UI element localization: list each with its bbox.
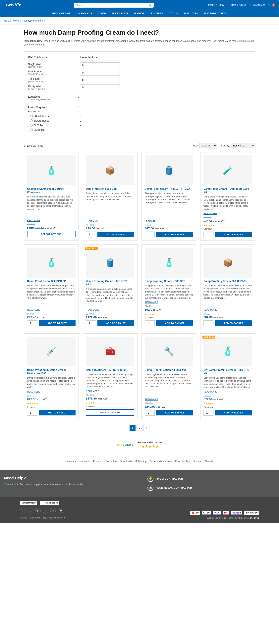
qty-input-4[interactable] — [204, 232, 214, 237]
page-2[interactable]: 2 — [136, 425, 142, 431]
search-input[interactable] — [76, 4, 148, 6]
read-more-12[interactable]: READ MORE — [204, 390, 252, 393]
contact-link[interactable]: Contact us — [4, 483, 16, 486]
product-title-7: Damp Proofing Cream – 380 DPC — [145, 280, 193, 283]
social-youtube[interactable]: ▶ — [35, 508, 41, 514]
read-more-4[interactable]: READ MORE — [204, 212, 252, 214]
select-options-button-10[interactable]: SELECT OPTIONS — [86, 409, 134, 416]
sort-select[interactable]: Name A–Z Name Z–A Price Low–High Price H… — [230, 143, 255, 148]
account-link[interactable]: 👤 My Account — [249, 4, 265, 6]
qty-input-8[interactable] — [204, 320, 214, 326]
product-actions-9: ADD TO BASKET — [27, 410, 76, 416]
add-to-basket-button-12[interactable]: ADD TO BASKET — [215, 410, 252, 416]
qty-input-9[interactable] — [27, 410, 37, 416]
product-image-9: 💉 — [27, 336, 76, 366]
double-wall-input[interactable] — [80, 70, 120, 76]
qty-input-7[interactable] — [145, 320, 155, 326]
footer-link-terms[interactable]: Terms and conditions — [150, 460, 172, 463]
phone-link[interactable]: 📞 0845 123 6007 — [204, 4, 224, 6]
logo[interactable]: twistfix — [4, 2, 23, 8]
search-icon[interactable]: 🔍 — [148, 4, 152, 6]
result-1l-value: 0 — [80, 119, 251, 123]
social-linkedin[interactable]: in — [43, 508, 48, 514]
footer-link-search[interactable]: Search — [205, 460, 213, 463]
footer-link-sitemap[interactable]: Site map — [193, 460, 202, 463]
help-link[interactable]: ❓ Help & Advice — [227, 4, 246, 6]
read-more-1[interactable]: READ MORE — [27, 219, 76, 222]
social-facebook[interactable]: f — [20, 508, 26, 514]
add-to-basket-button-8[interactable]: ADD TO BASKET — [215, 320, 252, 326]
nav-tools[interactable]: TOOLS — [166, 10, 181, 17]
read-more-9[interactable]: READ MORE — [27, 390, 76, 393]
select-options-button-1[interactable]: SELECT OPTIONS — [27, 231, 76, 237]
register-contractor-link[interactable]: 📋 REGISTER AS CONTRACTOR — [148, 485, 275, 491]
add-to-basket-button-9[interactable]: ADD TO BASKET — [39, 410, 76, 416]
nav-waterproofing[interactable]: WATERPROOFING — [201, 10, 230, 17]
nav-chemicals[interactable]: CHEMICALS — [74, 10, 95, 17]
read-more-10[interactable]: READ MORE — [86, 390, 134, 392]
find-contractor-link[interactable]: 👷 FIND A CONTRACTOR — [148, 476, 275, 482]
product-title-5: Damp Proof Cream 380 DPC-6PK — [27, 280, 76, 283]
nav-fixings[interactable]: FIXINGS — [131, 10, 148, 17]
footer-link-downloads[interactable]: Downloads — [120, 460, 132, 463]
footer-link-about[interactable]: About us — [66, 460, 76, 463]
social-rss[interactable]: 📡 — [58, 508, 63, 514]
nav-damp[interactable]: DAMP — [95, 10, 109, 17]
qty-input-2[interactable] — [86, 232, 96, 237]
add-to-basket-button-11[interactable]: ADD TO BASKET — [156, 410, 193, 416]
radio-380ml[interactable] — [30, 115, 33, 117]
product-card-4: 🧪 Damp Proof Cream – Dampcure 1000 Kit D… — [200, 152, 255, 240]
product-image-8: 📦 — [204, 248, 252, 278]
breadcrumb-home[interactable]: Help & Advice — [4, 19, 19, 22]
cavity-wall-label: Cavity Wall (2 walls × 115mm) — [28, 85, 78, 90]
footer-link-privacy[interactable]: Privacy policy — [175, 460, 190, 463]
add-to-basket-button-2[interactable]: ADD TO BASKET — [98, 232, 134, 237]
chevron-down-icon[interactable]: ▼ — [64, 516, 66, 519]
add-to-basket-button-6[interactable]: ADD TO BASKET — [98, 320, 134, 326]
footer-link-newsroom[interactable]: Newsroom — [79, 460, 90, 463]
read-more-3[interactable]: READ MORE — [145, 220, 193, 222]
page-1[interactable]: 1 — [130, 425, 136, 431]
read-more-8[interactable]: READ MORE — [204, 309, 252, 311]
single-wall-input[interactable] — [80, 62, 120, 68]
footer-link-contact[interactable]: Contact us — [106, 460, 117, 463]
footer-link-products[interactable]: Products — [93, 460, 102, 463]
qty-input-6[interactable] — [86, 320, 96, 326]
radio-3l[interactable] — [30, 124, 33, 126]
triple-wall-input[interactable] — [80, 77, 120, 83]
radio-8l[interactable] — [30, 128, 33, 131]
equates-to-label2: Equates to — [28, 110, 251, 113]
read-more-6[interactable]: READ MORE — [86, 309, 134, 311]
social-googleplus[interactable]: g+ — [50, 508, 56, 514]
nav-fire-proof[interactable]: FIRE PROOF — [109, 10, 131, 17]
nav-roofing[interactable]: ROOFING — [148, 10, 166, 17]
qty-input-3[interactable] — [145, 232, 155, 237]
read-more-7[interactable]: READ MORE — [145, 301, 193, 304]
qty-input-11[interactable] — [145, 410, 155, 416]
add-to-basket-button-5[interactable]: ADD TO BASKET — [39, 320, 76, 326]
read-more-2[interactable]: READ MORE — [86, 220, 134, 222]
footer-link-mobile[interactable]: Mobile app — [135, 460, 146, 463]
add-to-basket-button-7[interactable]: ADD TO BASKET — [156, 320, 193, 326]
product-stars-4: ★★★★★ — [204, 224, 252, 227]
prices-select[interactable]: excl. VAT incl. VAT — [200, 143, 217, 148]
calc-row-double: Double Wall (Solid 230mm thick) — [28, 70, 251, 76]
read-more-11[interactable]: READ MORE — [145, 398, 193, 400]
cavity-wall-input[interactable] — [80, 84, 120, 90]
page-next[interactable]: » — [144, 425, 150, 431]
double-wall-label: Double Wall (Solid 230mm thick) — [28, 70, 78, 75]
nav-wall-ties[interactable]: WALL TIES — [181, 10, 201, 17]
qty-input-5[interactable] — [27, 320, 37, 326]
breadcrumb-calculators[interactable]: Product calculators — [22, 19, 43, 22]
nav-brick-repair[interactable]: BRICK REPAIR — [49, 10, 74, 17]
radio-1l[interactable] — [30, 119, 33, 122]
install-note-text: Insert 1m high vertical DPC where walls … — [24, 40, 254, 46]
read-more-5[interactable]: READ MORE — [27, 309, 76, 311]
cart-link[interactable]: 🛒 1 — [268, 4, 275, 6]
product-image-7: 🧴 — [145, 248, 193, 278]
add-to-basket-button-4[interactable]: ADD TO BASKET — [215, 232, 252, 237]
help-title: Need Help? — [4, 476, 140, 480]
social-twitter[interactable]: t — [28, 508, 33, 514]
add-to-basket-button-3[interactable]: ADD TO BASKET — [156, 232, 193, 237]
qty-input-12[interactable] — [204, 410, 214, 416]
